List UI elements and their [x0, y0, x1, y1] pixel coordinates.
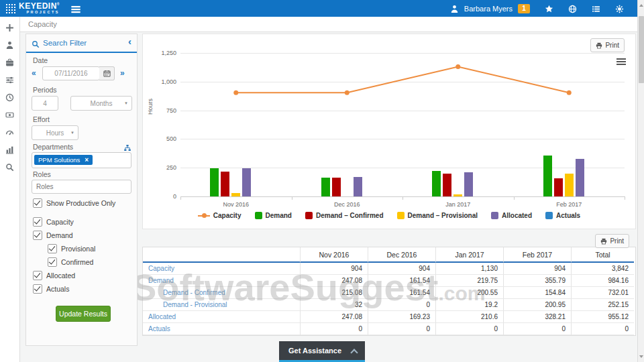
- roles-input[interactable]: [32, 180, 131, 194]
- x-axis-tick: [514, 196, 515, 200]
- row-label-link[interactable]: Capacity: [143, 263, 301, 275]
- legend-item-actuals[interactable]: Actuals: [545, 212, 580, 219]
- rail-clock-icon[interactable]: [0, 88, 20, 106]
- scrollbar-thumb[interactable]: [639, 16, 644, 83]
- legend-item-capacity[interactable]: Capacity: [198, 212, 241, 219]
- scroll-down-arrow[interactable]: [639, 355, 643, 358]
- legend-label: Actuals: [556, 212, 580, 219]
- checkbox-label: Allocated: [46, 272, 75, 280]
- date-label: Date: [33, 56, 48, 64]
- hamburger-icon[interactable]: [70, 4, 81, 13]
- x-axis-tick: [292, 196, 292, 200]
- date-input[interactable]: [42, 66, 100, 80]
- checkbox-box[interactable]: [33, 231, 42, 240]
- scroll-up-arrow[interactable]: [639, 4, 643, 7]
- rail-money-icon[interactable]: [0, 106, 20, 123]
- notification-badge[interactable]: 1: [518, 4, 530, 13]
- date-next-button[interactable]: »: [120, 68, 125, 78]
- get-assistance-button[interactable]: Get Assistance: [279, 341, 365, 362]
- bar-demand: [432, 171, 441, 196]
- rail-sliders-icon[interactable]: [0, 71, 20, 88]
- brand-logo[interactable]: KEYEDIN® PROJECTS: [19, 2, 60, 15]
- settings-gear-icon[interactable]: [615, 4, 624, 13]
- checkbox-box[interactable]: [33, 271, 42, 280]
- legend-item-demand-confirmed[interactable]: Demand – Confirmed: [305, 212, 384, 219]
- capacity-chart-card: Print Hours CapacityDemandDemand – Confi…: [142, 34, 636, 229]
- favorites-star-icon[interactable]: [545, 4, 553, 13]
- legend-item-demand[interactable]: Demand: [255, 212, 292, 219]
- checkbox-box[interactable]: [33, 217, 42, 227]
- periods-count-input[interactable]: [32, 96, 58, 111]
- search-filter-header[interactable]: Search Filter ‹: [26, 34, 137, 52]
- legend-marker: [545, 212, 553, 219]
- checkbox-confirmed[interactable]: Confirmed: [48, 257, 133, 267]
- top-navbar: KEYEDIN® PROJECTS Barbara Myers 1: [0, 0, 637, 17]
- department-chip: PPM Solutions ×: [34, 155, 93, 165]
- checkbox-box[interactable]: [48, 257, 57, 267]
- table-row-demand: Demand247.08161.54219.75355.79984.16: [143, 275, 635, 287]
- update-results-label: Update Results: [59, 310, 107, 318]
- departments-field[interactable]: PPM Solutions ×: [32, 152, 131, 168]
- user-menu[interactable]: Barbara Myers 1: [450, 4, 530, 13]
- checkbox-box[interactable]: [48, 244, 57, 253]
- x-axis-tick: [625, 196, 625, 200]
- legend-item-demand-provisional[interactable]: Demand – Provisional: [397, 212, 478, 219]
- printer-icon: [596, 42, 602, 49]
- row-label-link[interactable]: Actuals: [143, 323, 301, 335]
- row-label-link[interactable]: Demand: [143, 275, 301, 287]
- y-tick-label: 250: [150, 164, 176, 171]
- legend-item-allocated[interactable]: Allocated: [491, 212, 532, 219]
- chart-context-menu-icon[interactable]: [616, 58, 626, 66]
- table-header-row: Nov 2016Dec 2016Jan 2017Feb 2017Total: [143, 247, 635, 263]
- table-row-capacity: Capacity9049041,1309043,842: [143, 263, 635, 275]
- remove-chip-icon[interactable]: ×: [85, 156, 89, 164]
- table-value-cell: 355.79: [504, 275, 572, 287]
- table-value-cell: 732.01: [572, 287, 634, 299]
- checkbox-label: Confirmed: [61, 258, 93, 266]
- row-label-link[interactable]: Allocated: [143, 311, 301, 323]
- rail-gauge-icon[interactable]: [0, 123, 20, 141]
- checkbox-box[interactable]: [33, 284, 42, 294]
- checkbox-capacity[interactable]: Capacity: [33, 217, 133, 227]
- rail-search-icon[interactable]: [0, 158, 20, 176]
- table-header-cell: Dec 2016: [368, 247, 436, 263]
- effort-select[interactable]: Hours ▼: [32, 125, 78, 140]
- globe-icon[interactable]: [568, 4, 577, 13]
- brand-name: KEYEDIN: [19, 1, 57, 11]
- legend-marker: [305, 212, 313, 219]
- rail-bar-chart-icon[interactable]: [0, 141, 20, 158]
- checkbox-show-productive-only[interactable]: Show Productive Only: [33, 198, 133, 208]
- row-label-link[interactable]: Demand - Provisional: [143, 299, 301, 311]
- checkbox-allocated[interactable]: Allocated: [33, 271, 133, 280]
- table-value-cell: 252.15: [572, 299, 634, 311]
- update-results-button[interactable]: Update Results: [56, 306, 111, 322]
- checkbox-provisional[interactable]: Provisional: [48, 244, 133, 253]
- table-value-cell: 0: [301, 323, 368, 335]
- calendar-button[interactable]: [99, 66, 115, 80]
- table-print-button[interactable]: Print: [595, 234, 629, 248]
- list-menu-icon[interactable]: [592, 4, 600, 13]
- table-value-cell: 984.16: [572, 275, 634, 287]
- checkbox-actuals[interactable]: Actuals: [33, 284, 133, 294]
- table-header-cell: Jan 2017: [436, 247, 504, 263]
- checkbox-box[interactable]: [33, 198, 42, 208]
- gridline: [180, 82, 625, 82]
- calendar-icon: [103, 70, 111, 77]
- capacity-data-table: Nov 2016Dec 2016Jan 2017Feb 2017TotalCap…: [142, 247, 636, 336]
- table-value-cell: 161.54: [368, 287, 436, 299]
- rail-briefcase-icon[interactable]: [0, 54, 20, 71]
- collapse-sidebar-chevron[interactable]: ‹: [128, 36, 131, 47]
- vertical-scrollbar[interactable]: [637, 0, 644, 362]
- date-previous-button[interactable]: «: [32, 68, 36, 78]
- get-assistance-label: Get Assistance: [288, 347, 341, 355]
- bar-demand-provisional: [231, 193, 240, 196]
- legend-label: Capacity: [213, 212, 241, 219]
- department-tree-icon[interactable]: [123, 143, 131, 151]
- periods-unit-select[interactable]: Months ▼: [70, 96, 132, 111]
- checkbox-demand[interactable]: Demand: [33, 231, 133, 240]
- chart-print-button[interactable]: Print: [590, 38, 625, 52]
- row-label-link[interactable]: Demand - Confirmed: [143, 287, 301, 299]
- table-value-cell: 904: [368, 263, 436, 275]
- rail-person-icon[interactable]: [0, 36, 20, 54]
- rail-plus-icon[interactable]: [0, 19, 20, 36]
